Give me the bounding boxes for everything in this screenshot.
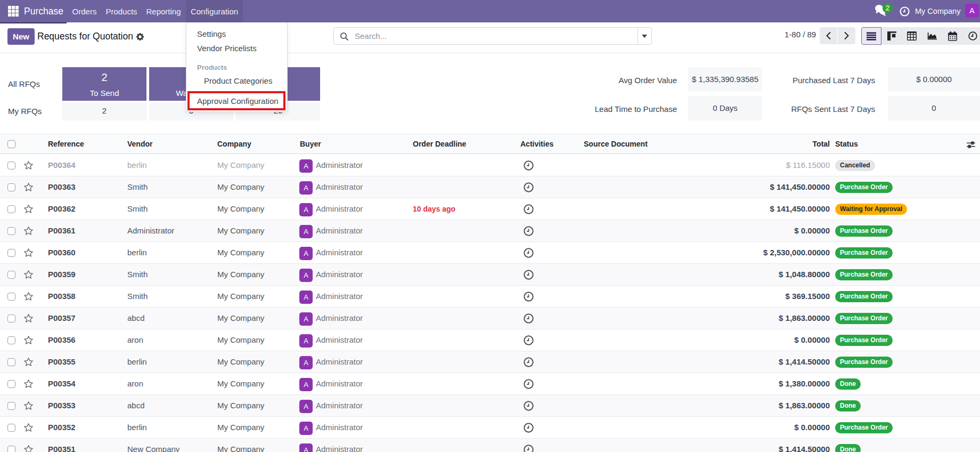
svg-text:2: 2 <box>886 4 890 12</box>
